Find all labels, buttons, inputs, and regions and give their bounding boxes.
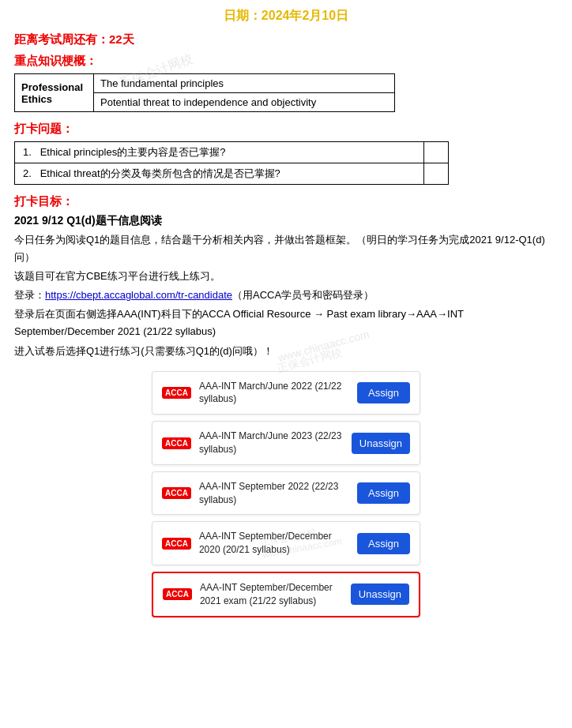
exam-info-1: AAA-INT March/June 2022 (21/22 syllabus) [199, 380, 349, 407]
checkin-checkbox-2 [424, 163, 449, 185]
task-instruction: 登录后在页面右侧选择AAA(INT)科目下的ACCA Official Reso… [14, 306, 558, 340]
knowledge-item-2: Potential threat to independence and obj… [94, 93, 395, 112]
knowledge-row-header: Professional Ethics [15, 74, 94, 112]
knowledge-item-1: The fundamental principles [94, 74, 395, 93]
login-link[interactable]: https://cbept.accaglobal.com/tr-candidat… [45, 289, 232, 301]
exam-cards-container: ACCA AAA-INT March/June 2022 (21/22 syll… [14, 371, 558, 617]
task-practice-note: 进入试卷后选择Q1进行练习(只需要练习Q1的(d)问哦）！ [14, 343, 558, 360]
knowledge-table: Professional Ethics The fundamental prin… [14, 73, 395, 112]
acca-badge-4: ACCA [162, 538, 191, 550]
exam-card-4: ACCA AAA-INT September/December 2020 (20… [152, 521, 420, 565]
countdown-days: 22天 [109, 32, 134, 46]
exam-card-2: ACCA AAA-INT March/June 2023 (22/23 syll… [152, 421, 420, 465]
exam-info-4: AAA-INT September/December 2020 (20/21 s… [199, 530, 349, 557]
assign-button-1[interactable]: Assign [357, 382, 410, 403]
task-body-1: 今日任务为阅读Q1的题目信息，结合题干分析相关内容，并做出答题框架。（明日的学习… [14, 231, 558, 266]
assign-button-3[interactable]: Assign [357, 482, 410, 504]
exam-card-3: ACCA AAA-INT September 2022 (22/23 sylla… [152, 471, 420, 516]
assign-button-4[interactable]: Assign [357, 533, 410, 554]
exam-info-3: AAA-INT September 2022 (22/23 syllabus) [199, 480, 349, 507]
exam-info-5: AAA-INT September/December 2021 exam (21… [200, 581, 343, 608]
checkin-table: 1. Ethical principles的主要内容是否已掌握? 2. Ethi… [14, 141, 449, 185]
task-section: 2021 9/12 Q1(d)题干信息阅读 今日任务为阅读Q1的题目信息，结合题… [14, 214, 558, 360]
exam-card-1: ACCA AAA-INT March/June 2022 (21/22 syll… [152, 371, 420, 415]
knowledge-row: Professional Ethics The fundamental prin… [15, 74, 395, 93]
acca-badge-5: ACCA [163, 588, 192, 600]
checkin-checkbox-1 [424, 142, 449, 163]
unassign-button-2[interactable]: Unassign [352, 433, 410, 454]
checkin-row-2: 2. Ethical threat的分类及每类所包含的情况是否已掌握? [15, 163, 449, 185]
checkin-section-title: 打卡问题： [14, 122, 558, 137]
checkin-question-1: 1. Ethical principles的主要内容是否已掌握? [15, 142, 424, 163]
exam-card-5: ACCA AAA-INT September/December 2021 exa… [152, 572, 420, 617]
task-subtitle: 2021 9/12 Q1(d)题干信息阅读 [14, 214, 558, 228]
acca-badge-1: ACCA [162, 387, 191, 399]
task-login: 登录：https://cbept.accaglobal.com/tr-candi… [14, 287, 558, 304]
exam-info-2: AAA-INT March/June 2023 (22/23 syllabus) [199, 430, 344, 456]
checkin-question-2: 2. Ethical threat的分类及每类所包含的情况是否已掌握? [15, 163, 424, 185]
login-label: 登录： [14, 289, 45, 301]
date-header: 日期：2024年2月10日 [14, 8, 558, 24]
task-body-2: 该题目可在官方CBE练习平台进行线上练习。 [14, 268, 558, 285]
acca-badge-2: ACCA [162, 437, 191, 449]
countdown-section: 距离考试周还有：22天 [14, 32, 558, 47]
countdown-label: 距离考试周还有： [14, 32, 109, 46]
unassign-button-5[interactable]: Unassign [351, 584, 409, 605]
checkin-row-1: 1. Ethical principles的主要内容是否已掌握? [15, 142, 449, 163]
task-section-title: 打卡目标： [14, 194, 558, 209]
login-note: （用ACCA学员号和密码登录） [232, 289, 374, 301]
knowledge-section-title: 重点知识梗概： [14, 54, 558, 69]
acca-badge-3: ACCA [162, 487, 191, 499]
